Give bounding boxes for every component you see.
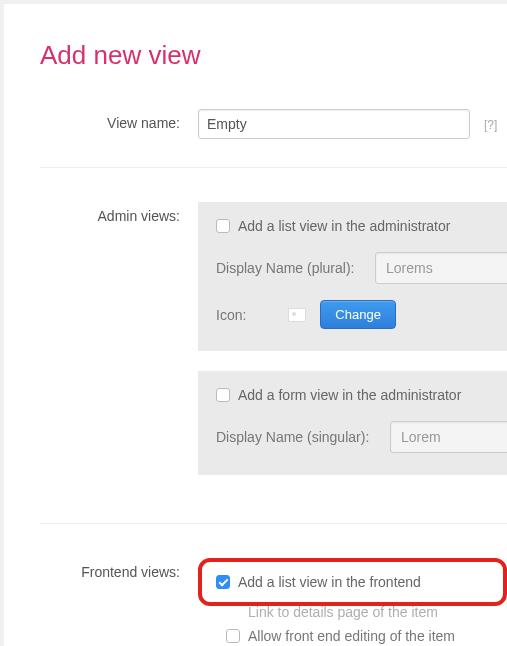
change-icon-button[interactable]: Change [320, 300, 396, 329]
frontend-link-details-label-cut: Link to details page of the item [248, 604, 438, 620]
admin-form-view-checkbox-label: Add a form view in the administrator [238, 387, 461, 403]
help-link[interactable]: [?] [484, 118, 497, 132]
view-name-row: View name: [?] [40, 99, 507, 149]
admin-form-display-name-input[interactable] [390, 421, 507, 453]
frontend-views-label: Frontend views: [40, 558, 198, 580]
admin-views-label: Admin views: [40, 202, 198, 224]
view-name-label: View name: [40, 109, 198, 131]
divider [40, 167, 507, 168]
view-name-input[interactable] [198, 109, 470, 139]
frontend-allow-edit-label: Allow front end editing of the item [248, 628, 455, 644]
folder-icon [288, 308, 306, 322]
admin-list-display-name-input[interactable] [375, 252, 507, 284]
admin-list-view-checkbox[interactable] [216, 219, 230, 233]
page-title: Add new view [40, 40, 507, 71]
admin-form-view-checkbox[interactable] [216, 388, 230, 402]
frontend-list-view-checkbox[interactable] [216, 575, 230, 589]
admin-form-view-card: Add a form view in the administrator Dis… [198, 371, 507, 475]
divider [40, 523, 507, 524]
frontend-views-row: Frontend views: Add a list view in the f… [40, 548, 507, 646]
admin-list-icon-label: Icon: [216, 307, 246, 323]
frontend-list-view-highlight: Add a list view in the frontend [198, 558, 507, 606]
frontend-allow-edit-checkbox[interactable] [226, 629, 240, 643]
admin-views-row: Admin views: Add a list view in the admi… [40, 192, 507, 505]
admin-list-display-name-label: Display Name (plural): [216, 260, 361, 276]
admin-list-view-card: Add a list view in the administrator Dis… [198, 202, 507, 351]
frontend-list-view-checkbox-label: Add a list view in the frontend [238, 574, 421, 590]
admin-form-display-name-label: Display Name (singular): [216, 429, 376, 445]
admin-list-view-checkbox-label: Add a list view in the administrator [238, 218, 450, 234]
